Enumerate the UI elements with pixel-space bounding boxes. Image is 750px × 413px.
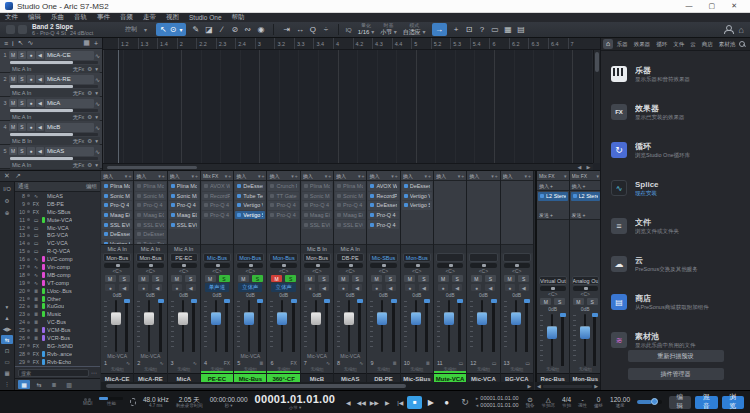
console-view-button[interactable]: ▲: [1, 313, 13, 322]
console-view-button[interactable]: ▾: [1, 302, 13, 311]
plugin-power-icon[interactable]: [137, 223, 141, 227]
stop-button[interactable]: ■: [407, 396, 422, 409]
track-fx-label[interactable]: 无Fx: [73, 90, 85, 97]
channel-active-dot[interactable]: [27, 250, 30, 253]
pan-thumb[interactable]: [482, 264, 486, 268]
fader-cap[interactable]: [511, 312, 521, 325]
mute-button[interactable]: M: [9, 123, 17, 131]
channel-active-dot[interactable]: [27, 194, 30, 197]
pan-slider[interactable]: [171, 263, 197, 268]
fader-cap[interactable]: [277, 312, 287, 325]
solo-button[interactable]: S: [252, 275, 263, 282]
channel-active-dot[interactable]: [27, 265, 30, 268]
timeline-ruler[interactable]: 1.21.31.422.22.32.433.23.33.444.24.34.45…: [103, 38, 600, 50]
channel-color-chip[interactable]: [42, 248, 45, 254]
close-button[interactable]: ✕: [731, 2, 737, 10]
plugin-power-icon[interactable]: [337, 223, 341, 227]
browser-action-button[interactable]: 重新扫描预设: [628, 350, 724, 362]
track-name[interactable]: MicAS: [45, 147, 94, 156]
solo-button[interactable]: S: [385, 275, 396, 282]
arrangement-grid[interactable]: [103, 50, 593, 163]
input-select[interactable]: Mic B In: [301, 244, 333, 253]
volume-value[interactable]: 0dB: [201, 292, 233, 299]
channel-color-chip[interactable]: [42, 272, 45, 278]
key-signature[interactable]: - 调性: [578, 396, 587, 409]
console-view-button[interactable]: ◀▶: [1, 324, 13, 333]
solo-button[interactable]: S: [18, 51, 26, 59]
add-insert-icon[interactable]: +: [550, 183, 553, 189]
insert-slot[interactable]: Maag EQH: [169, 211, 199, 220]
mute-button[interactable]: M: [9, 51, 17, 59]
add-insert-icon[interactable]: +: [428, 173, 431, 179]
plugin-power-icon[interactable]: [270, 213, 274, 217]
channel-list-row[interactable]: 12 ▭ Mic-VCA: [15, 224, 100, 232]
insert-slot[interactable]: Pro-Q 4 5: [335, 201, 365, 210]
monitor-button[interactable]: ◀: [36, 123, 44, 131]
browser-list-item[interactable]: Splice 现在安装: [601, 169, 750, 207]
channel-color-chip[interactable]: [42, 288, 45, 294]
input-select[interactable]: Mic A In: [134, 244, 166, 253]
browse-view-button[interactable]: 浏览: [722, 396, 745, 409]
channel-active-dot[interactable]: [27, 289, 30, 292]
channel-list-row[interactable]: 19 ∿ VT-comp: [15, 279, 100, 287]
search-icon[interactable]: [739, 41, 746, 48]
solo-button[interactable]: S: [554, 298, 565, 305]
insert-slot[interactable]: TT Gate Nat: [268, 192, 298, 201]
chevron-down-icon[interactable]: ▾: [564, 173, 567, 179]
insert-slot[interactable]: Vertigo Soun: [235, 211, 265, 220]
volume-value[interactable]: 0dB: [367, 292, 399, 299]
insert-slot[interactable]: Pro-Q 4 1: [169, 201, 199, 210]
console-view-button[interactable]: ⋮: [1, 379, 13, 388]
browser-list-item[interactable]: 效果器 显示已安装的效果器: [601, 93, 750, 131]
insert-slot[interactable]: Pro-Q 4 5: [368, 211, 398, 220]
menu-item[interactable]: 帮助: [232, 13, 245, 22]
track-info-icon[interactable]: i: [12, 40, 14, 47]
chevron-down-icon[interactable]: ▾: [458, 173, 461, 179]
add-insert-icon[interactable]: +: [361, 173, 364, 179]
prev-bar-button[interactable]: ◀: [342, 399, 354, 406]
channel-fader[interactable]: [469, 299, 497, 353]
view-tool-button[interactable]: ⊡: [463, 23, 476, 36]
pan-slider[interactable]: [437, 263, 463, 268]
record-arm-button[interactable]: ●: [405, 284, 415, 291]
rewind-button[interactable]: ◀◀: [355, 399, 367, 406]
add-insert-icon[interactable]: +: [128, 173, 131, 179]
pan-thumb[interactable]: [416, 264, 420, 268]
mute-button[interactable]: M: [171, 275, 182, 282]
chevron-down-icon[interactable]: ▾: [391, 173, 394, 179]
browser-tab[interactable]: 商店: [699, 39, 715, 50]
mute-button[interactable]: M: [205, 275, 216, 282]
return-to-start-button[interactable]: |◀: [394, 399, 406, 406]
chevron-down-icon[interactable]: ▾: [191, 173, 194, 179]
channel-list-row[interactable]: 17 ∿ Vin-comp: [15, 263, 100, 271]
inserts-header[interactable]: 插入 +: [570, 181, 602, 191]
monitor-button[interactable]: ◀: [352, 284, 362, 291]
plugin-power-icon[interactable]: [337, 203, 341, 207]
browser-tab[interactable]: 云: [688, 39, 699, 50]
pan-slider[interactable]: [204, 263, 230, 268]
insert-slot[interactable]: Pro-Q 4 2: [202, 201, 232, 210]
menu-item[interactable]: 编辑: [28, 13, 41, 22]
edit-tool-button[interactable]: ⊘: [228, 23, 241, 36]
sends-header[interactable]: 发送 +: [570, 210, 602, 220]
input-select[interactable]: Mic A In: [101, 244, 133, 253]
pan-slider[interactable]: [270, 263, 296, 268]
horizontal-scrollbar[interactable]: ◀ ▶: [103, 163, 593, 170]
channel-active-dot[interactable]: [27, 258, 30, 261]
volume-value[interactable]: 0dB: [168, 292, 200, 299]
channel-list-row[interactable]: 29 FX Rvb-Echo: [15, 358, 100, 366]
main-time-display[interactable]: 00001.01.01.00 小节 ▾: [255, 394, 336, 410]
channel-active-dot[interactable]: [27, 344, 30, 347]
insert-slot[interactable]: AVOX WARM: [368, 182, 398, 191]
channel-color-chip[interactable]: [42, 201, 45, 207]
loop-range[interactable]: ▸00001.01.01.00 ◂00001.01.01.00: [476, 395, 519, 408]
track-row[interactable]: 4 M S ● ◀ MicB ∿ Mic B In 无Fx ⚙ ▾: [0, 121, 102, 145]
solo-button[interactable]: S: [518, 275, 529, 282]
fader-cap[interactable]: [244, 312, 254, 325]
plugin-power-icon[interactable]: [137, 184, 141, 188]
channel-list-row[interactable]: 27 FX BG-.hSND: [15, 342, 100, 350]
insert-slot[interactable]: Maag EQH: [135, 211, 165, 220]
channel-color-chip[interactable]: [42, 232, 45, 238]
input-select[interactable]: [367, 244, 399, 253]
plugin-power-icon[interactable]: [304, 184, 308, 188]
